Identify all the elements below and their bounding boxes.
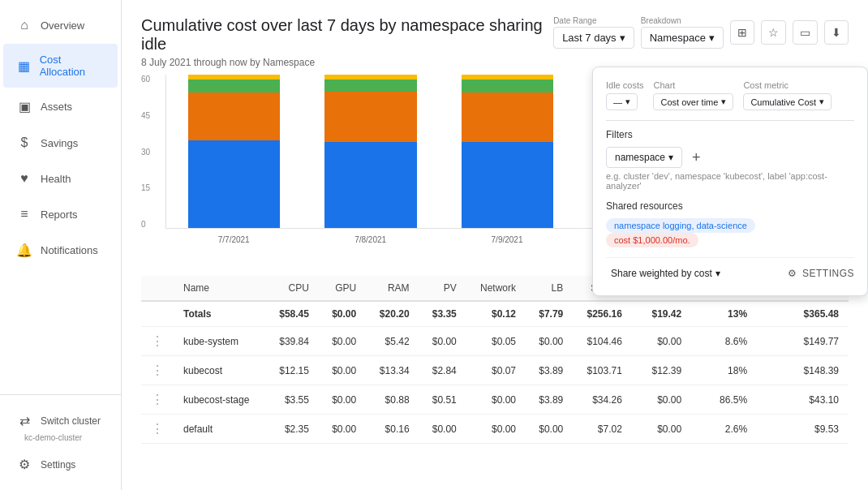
- chart-x-label: 7/8/2021: [302, 229, 438, 253]
- namespace-tag[interactable]: namespace logging, data-science: [606, 218, 755, 233]
- bar-segment: [462, 80, 553, 92]
- row-menu[interactable]: ⋮: [141, 415, 174, 444]
- row-network: $0.00: [466, 415, 526, 444]
- row-lb: $3.89: [526, 356, 573, 385]
- header-controls: Date Range Last 7 days ▾ Breakdown Names…: [553, 16, 849, 49]
- gear-icon-settings: ⚙: [788, 268, 797, 279]
- cost-metric-label: Cost metric: [743, 80, 831, 90]
- home-icon: ⌂: [16, 18, 32, 32]
- window-icon-btn[interactable]: ▭: [793, 20, 818, 45]
- date-range-value: Last 7 days: [562, 32, 617, 44]
- settings-button[interactable]: ⚙ SETTINGS: [788, 268, 854, 279]
- sidebar-label-notifications: Notifications: [41, 244, 98, 256]
- table-row: ⋮ kubecost $12.15 $0.00 $13.34 $2.84 $0.…: [141, 356, 849, 385]
- sidebar-item-health[interactable]: ♥ Health: [3, 161, 118, 196]
- row-network: $0.07: [466, 356, 526, 385]
- th-pv[interactable]: PV: [419, 276, 466, 301]
- filter-key-dropdown[interactable]: namespace ▾: [606, 147, 682, 168]
- th-ram[interactable]: RAM: [366, 276, 419, 301]
- totals-pv: $3.35: [419, 301, 466, 327]
- totals-cpu: $58.45: [266, 301, 319, 327]
- sidebar-label-cost-allocation: Cost Allocation: [40, 54, 105, 78]
- row-total: $43.10: [783, 385, 849, 415]
- sidebar-item-notifications[interactable]: 🔔 Notifications: [3, 233, 118, 268]
- row-ram: $0.16: [366, 415, 419, 444]
- th-cpu[interactable]: CPU: [266, 276, 319, 301]
- bar-segment: [188, 80, 280, 92]
- totals-shared: $256.16: [573, 301, 632, 327]
- bookmark-icon-btn[interactable]: ☆: [761, 20, 786, 45]
- table-row: ⋮ kubecost-stage $3.55 $0.00 $0.88 $0.51…: [141, 385, 849, 415]
- sidebar-item-savings[interactable]: $ Savings: [3, 126, 118, 160]
- sidebar-label-settings: Settings: [41, 459, 75, 471]
- row-efficiency: 2.6%: [691, 415, 757, 444]
- th-network[interactable]: Network: [466, 276, 526, 301]
- row-menu[interactable]: ⋮: [141, 327, 174, 356]
- sidebar-item-reports[interactable]: ≡ Reports: [3, 197, 118, 231]
- page-title: Cumulative cost over last 7 days by name…: [141, 16, 553, 54]
- row-shared: $103.71: [573, 356, 632, 385]
- bar-segment: [324, 142, 416, 228]
- idle-costs-label: Idle costs: [606, 80, 643, 90]
- download-icon-btn[interactable]: ⬇: [824, 20, 849, 45]
- chart-type-dropdown[interactable]: Cost over time ▾: [653, 93, 733, 110]
- filters-title: Filters: [606, 129, 854, 140]
- sidebar: ⌂ Overview ▦ Cost Allocation ▣ Assets $ …: [0, 0, 122, 490]
- totals-lb: $7.79: [526, 301, 573, 327]
- breakdown-group: Breakdown Namespace ▾: [641, 16, 724, 49]
- date-range-dropdown[interactable]: Last 7 days ▾: [553, 27, 634, 49]
- page-header: Cumulative cost over last 7 days by name…: [122, 0, 868, 75]
- shared-resource-tags: namespace logging, data-science cost $1,…: [606, 218, 854, 247]
- row-shared: $7.02: [573, 415, 632, 444]
- th-name[interactable]: Name: [174, 276, 266, 301]
- row-efficiency: 8.6%: [691, 327, 757, 356]
- row-cpu: $39.84: [266, 327, 319, 356]
- add-filter-button[interactable]: +: [689, 149, 704, 166]
- row-menu[interactable]: ⋮: [141, 385, 174, 415]
- row-efficiency: 18%: [691, 356, 757, 385]
- chevron-down-icon-2: ▾: [709, 32, 715, 44]
- sidebar-item-assets[interactable]: ▣ Assets: [3, 89, 118, 124]
- table-row: ⋮ kube-system $39.84 $0.00 $5.42 $0.00 $…: [141, 327, 849, 356]
- chevron-down-icon-5: ▾: [819, 97, 824, 107]
- bar-segment: [324, 80, 416, 92]
- idle-costs-group: Idle costs — ▾: [606, 80, 643, 110]
- shared-resources-section: Shared resources namespace logging, data…: [606, 200, 854, 247]
- chart-y-axis: 0 15 30 45 60: [141, 75, 165, 229]
- sidebar-label-savings: Savings: [41, 137, 78, 149]
- table-row: ⋮ default $2.35 $0.00 $0.16 $0.00 $0.00 …: [141, 415, 849, 444]
- row-gpu: $0.00: [319, 327, 366, 356]
- th-gpu[interactable]: GPU: [319, 276, 366, 301]
- shared-resources-title: Shared resources: [606, 200, 854, 212]
- share-weighted-dropdown[interactable]: Share weighted by cost ▾: [606, 264, 725, 282]
- sidebar-item-settings[interactable]: ⚙ Settings: [3, 447, 118, 482]
- row-pv: $0.00: [419, 415, 466, 444]
- chevron-down-icon-4: ▾: [721, 97, 726, 107]
- row-total: $9.53: [783, 415, 849, 444]
- row-external: $0.00: [632, 327, 691, 356]
- share-weighted-row: Share weighted by cost ▾ ⚙ SETTINGS: [606, 257, 854, 282]
- sidebar-item-cost-allocation[interactable]: ▦ Cost Allocation: [3, 44, 118, 88]
- chart-x-label: 7/7/2021: [165, 229, 302, 253]
- row-network: $0.00: [466, 385, 526, 415]
- idle-costs-dropdown[interactable]: — ▾: [606, 93, 638, 110]
- th-menu: [141, 276, 174, 301]
- th-lb[interactable]: LB: [526, 276, 573, 301]
- filter-icon-btn[interactable]: ⊞: [730, 20, 754, 45]
- savings-icon: $: [16, 135, 32, 150]
- filters-section: Filters namespace ▾ + e.g. cluster 'dev'…: [606, 129, 854, 191]
- filter-row: namespace ▾ +: [606, 147, 854, 168]
- row-name: kube-system: [174, 327, 266, 356]
- cost-tag[interactable]: cost $1,000.00/mo.: [606, 233, 698, 247]
- filter-popup: Idle costs — ▾ Chart Cost over time ▾ Co…: [592, 67, 868, 296]
- row-ram: $5.42: [366, 327, 419, 356]
- cost-metric-dropdown[interactable]: Cumulative Cost ▾: [743, 93, 831, 110]
- row-menu[interactable]: ⋮: [141, 356, 174, 385]
- sidebar-item-overview[interactable]: ⌂ Overview: [3, 8, 118, 42]
- row-gpu: $0.00: [319, 356, 366, 385]
- row-name: kubecost: [174, 356, 266, 385]
- sidebar-label-switch-cluster: Switch cluster: [41, 415, 101, 427]
- breakdown-dropdown[interactable]: Namespace ▾: [641, 27, 724, 49]
- row-external: $0.00: [632, 415, 691, 444]
- row-gpu: $0.00: [319, 385, 366, 415]
